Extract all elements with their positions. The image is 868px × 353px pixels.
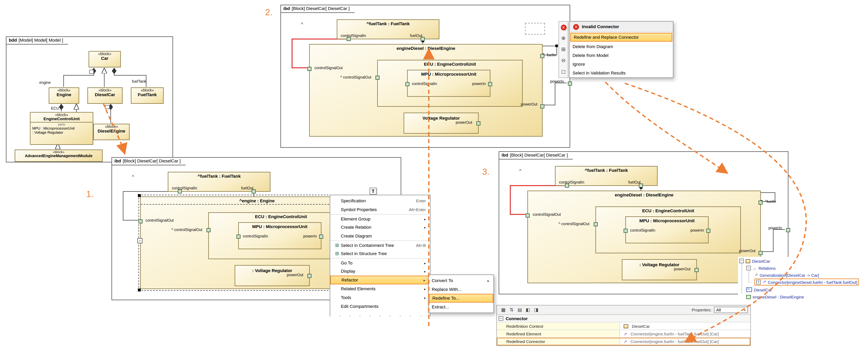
part-ecu[interactable]: ECU : EngineControlUnit MPU : Microproce… bbox=[377, 60, 523, 107]
port-mpu-powerin[interactable] bbox=[706, 229, 710, 233]
tree-item-relations[interactable]: − ↔ Relations bbox=[746, 264, 776, 271]
group-collapse-icon[interactable]: − bbox=[499, 316, 503, 321]
submenu-item-convert-to[interactable]: Convert To▸ bbox=[429, 276, 493, 285]
port-ecu-controlsignalout[interactable] bbox=[207, 228, 211, 232]
prop-toolbar-icon-4[interactable]: ◧ bbox=[524, 307, 532, 313]
port-mpu-controlsignalin[interactable] bbox=[624, 229, 628, 233]
zoom-region-icon[interactable]: ◻ bbox=[559, 66, 568, 77]
block-dieselengine[interactable]: «block» DieselEngine bbox=[93, 124, 130, 140]
part-fueltank[interactable]: ^fuelTank : FuelTank controlSignalIn fue… bbox=[555, 166, 658, 186]
block-fueltank[interactable]: «block» FuelTank bbox=[131, 87, 164, 104]
menu-item-tools[interactable]: Tools▸ bbox=[330, 293, 430, 302]
prop-toolbar-icon-5[interactable]: ◨ bbox=[532, 307, 540, 313]
popup-item-delete-from-model[interactable]: Delete from Model bbox=[569, 51, 673, 60]
port-mpu-controlsignalin[interactable] bbox=[405, 82, 409, 86]
property-row-redefinition-context[interactable]: Redefinition Context DieselCar bbox=[497, 322, 750, 330]
fit-window-icon[interactable]: ⊞ bbox=[559, 44, 568, 55]
menu-item-create-diagram[interactable]: Create Diagram bbox=[330, 232, 430, 240]
properties-group-header[interactable]: − Connector bbox=[497, 315, 750, 322]
part-mpu[interactable]: MPU : MicroprocessorUnit controlSignalIn… bbox=[625, 216, 709, 243]
menu-item-select-in-structure-tree[interactable]: ⊞Select in Structure Tree bbox=[330, 249, 430, 258]
submenu-item-replace-with[interactable]: Replace With... bbox=[429, 285, 493, 294]
menu-item-edit-compartments[interactable]: Edit Compartments bbox=[330, 302, 430, 311]
part-mpu[interactable]: MPU : MicroprocessorUnit controlSignalIn… bbox=[407, 70, 490, 97]
tree-item-dieselcar[interactable]: − DieselCar bbox=[739, 257, 770, 264]
tree-item-connector[interactable]: + ↗ Connector[engineDiesel.fuelIn - fuel… bbox=[754, 279, 859, 286]
block-dieselcar[interactable]: «block» DieselCar bbox=[87, 87, 123, 104]
zoom-in-icon[interactable]: ⊕ bbox=[559, 33, 568, 44]
port-powerin-frame[interactable] bbox=[786, 228, 790, 232]
menu-item-specification[interactable]: SpecificationEnter bbox=[330, 196, 430, 205]
port-ecu-controlsignalout[interactable] bbox=[594, 222, 598, 226]
menu-item-display[interactable]: Display▸ bbox=[330, 267, 430, 276]
ibd-diagram-3-tab[interactable]: ibd[Block] DieselCar[ DieselCar ] bbox=[499, 151, 578, 160]
tree-item-dieselcar-diagram[interactable]: DieselCar bbox=[746, 286, 772, 293]
port-fuelout[interactable] bbox=[252, 189, 256, 193]
port-controlsignalin[interactable] bbox=[178, 189, 182, 193]
validation-error-icon[interactable]: ✕ bbox=[559, 22, 568, 33]
port-ecu-controlsignalout[interactable] bbox=[375, 76, 379, 80]
menu-item-create-relation[interactable]: Create Relation▸ bbox=[330, 223, 430, 232]
property-row-redefined-element[interactable]: Redefined Element ↗Connector[engine.fuel… bbox=[497, 330, 750, 338]
part-enginediesel[interactable]: engineDiesel : DieselEngine controlSigna… bbox=[309, 44, 542, 137]
menu-item-related-elements[interactable]: Related Elements▸ bbox=[330, 284, 430, 293]
menu-item-select-in-containment-tree[interactable]: ⊞Select in Containment TreeAlt+B bbox=[330, 240, 430, 249]
tree-item-enginediesel-part[interactable]: engineDiesel : DieselEngine bbox=[746, 293, 804, 300]
prop-toolbar-icon-3[interactable]: ▤ bbox=[516, 307, 524, 313]
block-engine[interactable]: «block» Engine bbox=[49, 87, 79, 104]
submenu-item-extract[interactable]: Extract... bbox=[429, 302, 493, 311]
bdd-diagram-tab[interactable]: bdd[Model] Model[ Model ] bbox=[6, 36, 73, 44]
part-mpu[interactable]: MPU : MicroprocessorUnit controlSignalIn… bbox=[238, 222, 321, 249]
menu-item-go-to[interactable]: Go To▸ bbox=[330, 258, 430, 267]
menu-item-refactor[interactable]: Refactor▸ bbox=[330, 276, 430, 284]
properties-filter-select[interactable]: All ▾ bbox=[714, 307, 748, 313]
part-fueltank[interactable]: ^fuelTank : FuelTank controlSignalIn fue… bbox=[168, 172, 271, 192]
block-car[interactable]: «block» Car bbox=[89, 51, 121, 67]
port-controlsignalin[interactable] bbox=[565, 184, 569, 188]
port-controlsignalout[interactable] bbox=[138, 219, 143, 223]
block-enginecontrolunit[interactable]: «block» EngineControlUnit parts MPU : Mi… bbox=[30, 112, 93, 145]
port-powerout-edge[interactable] bbox=[758, 251, 763, 255]
port-vr-powerout[interactable] bbox=[476, 121, 480, 126]
port-vr-powerout[interactable] bbox=[694, 268, 699, 272]
popup-item-ignore[interactable]: Ignore bbox=[569, 60, 673, 69]
block-advanced-engine-management-module[interactable]: «block» AdvancedEngineManagementModule bbox=[15, 150, 103, 162]
port-fuelin[interactable] bbox=[540, 54, 545, 58]
property-row-redefined-connector[interactable]: Redefined Connector ↗Connector[engine.fu… bbox=[497, 338, 750, 345]
part-ecu[interactable]: ECU : EngineControlUnit MPU : Microproce… bbox=[595, 206, 741, 253]
port-powerin-frame[interactable] bbox=[568, 82, 572, 86]
submenu-item-redefine-to[interactable]: Redefine To... bbox=[429, 294, 493, 302]
part-enginediesel[interactable]: engineDiesel : DieselEngine controlSigna… bbox=[527, 191, 761, 283]
popup-item-select-in-validation-results[interactable]: Select in Validation Results bbox=[569, 69, 673, 77]
ibd-diagram-1-tab[interactable]: ibd[Block] DieselCar[ DieselCar ] bbox=[112, 157, 191, 165]
part-fueltank[interactable]: ^fuelTank : FuelTank controlSignalIn fue… bbox=[337, 19, 439, 39]
tree-item-generalization[interactable]: ↗ Generalization[DieselCar -> Car] bbox=[754, 271, 819, 279]
expand-toggle-icon[interactable]: − bbox=[739, 259, 744, 263]
port-controlsignalin[interactable] bbox=[347, 37, 351, 41]
port-fuelout[interactable] bbox=[639, 184, 643, 188]
expand-toggle-icon[interactable]: + bbox=[756, 280, 761, 284]
expand-toggle-icon[interactable]: − bbox=[746, 266, 751, 270]
ibd-diagram-2-tab[interactable]: ibd[Block] DieselCar[ DieselCar ] bbox=[280, 5, 360, 13]
part-voltage-regulator[interactable]: : Voltage Regulator powerOut bbox=[622, 259, 697, 280]
prop-toolbar-icon-2[interactable]: ⇅ bbox=[507, 307, 516, 313]
popup-item-redefine-and-replace[interactable]: Redefine and Replace Connector bbox=[570, 33, 672, 42]
port-mpu-powerin[interactable] bbox=[488, 82, 492, 86]
menu-item-symbol-properties[interactable]: Symbol PropertiesAlt+Enter bbox=[330, 205, 430, 214]
port-vr-powerout[interactable] bbox=[307, 274, 311, 278]
selection-handle[interactable] bbox=[138, 194, 141, 197]
port-controlsignalout[interactable] bbox=[526, 214, 530, 218]
port-powerout-edge[interactable] bbox=[540, 104, 545, 108]
part-voltage-regulator[interactable]: Voltage Regulator powerOut bbox=[404, 113, 479, 134]
popup-item-delete-from-diagram[interactable]: Delete from Diagram bbox=[569, 42, 673, 51]
port-fuelout[interactable] bbox=[421, 37, 425, 41]
smart-manipulator-t-button[interactable]: T bbox=[370, 188, 377, 195]
menu-item-element-group[interactable]: Element Group▸ bbox=[330, 214, 430, 223]
port-mpu-controlsignalin[interactable] bbox=[237, 234, 241, 239]
collapse-toggle[interactable]: − bbox=[137, 238, 143, 243]
prop-toolbar-icon-1[interactable]: ▦ bbox=[499, 307, 507, 313]
port-controlsignalout[interactable] bbox=[307, 67, 311, 71]
part-voltage-regulator[interactable]: : Voltage Regulator powerOut bbox=[235, 265, 310, 286]
selection-handle[interactable] bbox=[138, 289, 141, 291]
port-fuelin[interactable] bbox=[758, 200, 763, 205]
